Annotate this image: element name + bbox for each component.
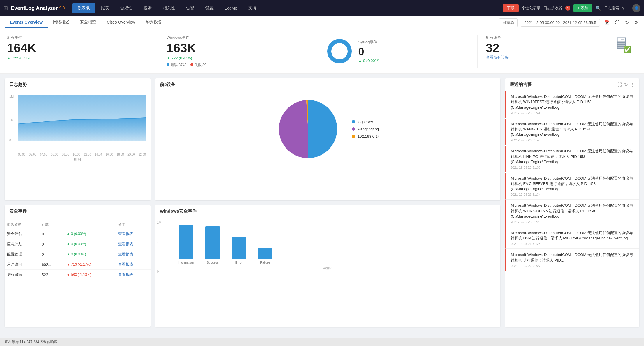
alert-item[interactable]: Microsoft-Windows-DistributedCOM：DCOM 无法… xyxy=(505,173,639,200)
alert-item[interactable]: Microsoft-Windows-DistributedCOM：DCOM 无法… xyxy=(505,91,639,118)
security-events-header: 安全事件 xyxy=(5,205,150,218)
legend-logserver: logserver xyxy=(352,120,380,124)
bar-chart-container: 1M 1k 0 Information Success Error Failur… xyxy=(155,218,501,282)
bar-group: Failure xyxy=(258,248,272,264)
bar-group: Success xyxy=(205,226,220,264)
top-navigation: ⊞ EventLog Analyzer ◠ 仪表板 报表 合规性 搜索 相关性 … xyxy=(0,0,644,16)
refresh-alerts-icon[interactable]: ↻ xyxy=(624,82,628,87)
table-row: 用户访问 602... ▼ 713 (-1.17%) 查看报表 xyxy=(5,260,150,270)
table-row: 进程追踪 523... ▼ 583 (-1.10%) 查看报表 xyxy=(5,270,150,280)
tab-security[interactable]: 安全概览 xyxy=(75,17,102,29)
bar-group: Information xyxy=(178,225,194,264)
tab-network[interactable]: 网络概述 xyxy=(48,17,75,29)
more-options-icon[interactable]: ⋮ xyxy=(630,82,635,87)
pie-chart-svg xyxy=(276,97,340,161)
grid-icon[interactable]: ⊞ xyxy=(4,5,8,11)
row-count: 0 xyxy=(39,249,64,260)
refresh-icon[interactable]: ↻ xyxy=(624,19,630,27)
devices-card: 所有设备 32 查看所有设备 🖥 ✅ xyxy=(478,35,637,68)
alert-item[interactable]: Microsoft-Windows-DistributedCOM：DCOM 无法… xyxy=(505,119,639,145)
row-count: 0 xyxy=(39,229,64,239)
help-icon[interactable]: ? xyxy=(622,6,624,10)
nav-tab-compliance[interactable]: 合规性 xyxy=(115,3,138,13)
user-avatar[interactable]: 👤 xyxy=(632,4,640,12)
personalize-button[interactable]: 个性化演示 xyxy=(522,6,540,11)
notification-badge: 1 xyxy=(565,6,570,11)
log-receiver-button[interactable]: 日志接收器 xyxy=(543,6,562,11)
add-button[interactable]: + 添加 xyxy=(573,4,592,12)
nav-tab-support[interactable]: 支持 xyxy=(243,3,262,13)
all-events-change: ▲ 722 (0.44%) xyxy=(7,56,150,60)
bar xyxy=(258,248,272,260)
nav-tab-logme[interactable]: LogMe xyxy=(219,3,242,13)
alert-time: 2021-12-05 23:51:38 xyxy=(511,166,635,169)
row-action[interactable]: 查看报表 xyxy=(116,270,150,280)
bar-label: Failure xyxy=(260,261,270,264)
status-bar: 正在等待 114.247.234.228 的响应... xyxy=(0,338,644,346)
row-action[interactable]: 查看报表 xyxy=(116,249,150,260)
bar-y-0: 0 xyxy=(157,270,159,273)
error-count: 3743 xyxy=(179,63,187,67)
windows-events-meta: 错误 3743 失败 39 xyxy=(167,63,309,68)
row-name: 进程追踪 xyxy=(5,270,39,280)
row-action[interactable]: 查看报表 xyxy=(116,229,150,239)
calendar-icon[interactable]: 📅 xyxy=(603,19,611,27)
alert-time: 2021-12-05 23:51:29 xyxy=(511,220,635,224)
syslog-donut-container: Syslog事件 0 ▲ 0 (0.00%) xyxy=(326,38,469,64)
row-action[interactable]: 查看报表 xyxy=(116,239,150,249)
nav-tab-alert[interactable]: 告警 xyxy=(181,3,200,13)
log-source-button[interactable]: 日志源 xyxy=(499,18,518,27)
download-button[interactable]: 下载 xyxy=(503,4,519,12)
log-trend-body: 1M 1k 0 xyxy=(5,91,150,149)
windows-events-card: Windows事件 163K ▲ 722 (0.44%) 错误 3743 失败 … xyxy=(158,35,318,68)
alert-item[interactable]: Microsoft-Windows-DistributedCOM：DCOM 无法… xyxy=(505,227,639,249)
nav-tab-correlation[interactable]: 相关性 xyxy=(158,3,180,13)
fullscreen-icon[interactable]: ⛶ xyxy=(614,19,621,27)
pie-legend: logserver wangtingting 192.168.0.14 xyxy=(352,120,380,139)
expand-icon[interactable]: ⛶ xyxy=(617,82,622,87)
row-action[interactable]: 查看报表 xyxy=(116,260,150,270)
log-trend-header: 日志趋势 xyxy=(5,78,150,91)
log-search-button[interactable]: 日志搜索 xyxy=(604,6,619,11)
alert-text: Microsoft-Windows-DistributedCOM：DCOM 无法… xyxy=(511,121,635,137)
minimize-icon[interactable]: − xyxy=(627,6,629,10)
x-label-2: 02:00 xyxy=(29,153,36,156)
status-ok-icon: ✅ xyxy=(623,46,631,54)
syslog-change: ▲ 0 (0.00%) xyxy=(358,59,380,63)
main-nav-tabs: 仪表板 报表 合规性 搜索 相关性 告警 设置 LogMe 支持 xyxy=(72,3,503,13)
trend-chart-area xyxy=(18,95,146,141)
nav-tab-search[interactable]: 搜索 xyxy=(138,3,157,13)
alert-text: Microsoft-Windows-DistributedCOM：DCOM 无法… xyxy=(511,230,635,241)
x-label-4: 04:00 xyxy=(40,153,47,156)
top5-devices-panel: 前5设备 logserver xyxy=(155,78,501,200)
syslog-value: 0 xyxy=(358,46,380,58)
view-all-devices-link[interactable]: 查看所有设备 xyxy=(486,55,509,59)
failure-count: 39 xyxy=(202,63,206,67)
alert-item[interactable]: Microsoft-Windows-DistributedCOM：DCOM 无法… xyxy=(505,146,639,172)
bar-y-1k: 1k xyxy=(157,241,160,245)
nav-tab-settings[interactable]: 设置 xyxy=(200,3,219,13)
alert-time: 2021-12-05 23:51:28 xyxy=(511,242,635,246)
x-label-20: 20:00 xyxy=(127,153,135,156)
left-column: 日志趋势 1M 1k 0 xyxy=(5,78,150,327)
col-action: 动作 xyxy=(116,220,150,229)
tab-huawei[interactable]: 华为设备 xyxy=(140,17,167,29)
error-label: 错误 xyxy=(171,63,178,67)
legend-wangtingting: wangtingting xyxy=(352,127,380,131)
date-range-display[interactable]: 2021-12-05 00:00:00 - 2021-12-05 23:59:5 xyxy=(521,19,600,27)
x-labels: 00:00 02:00 04:00 06:00 08:00 10:00 12:0… xyxy=(18,153,146,156)
legend-ip: 192.168.0.14 xyxy=(352,134,380,139)
nav-tab-dashboard[interactable]: 仪表板 xyxy=(72,3,95,13)
alert-text: Microsoft-Windows-DistributedCOM：DCOM 无法… xyxy=(511,176,635,192)
alert-item[interactable]: Microsoft-Windows-DistributedCOM：DCOM 无法… xyxy=(505,249,639,271)
recent-alerts-title: 最近的告警 xyxy=(510,82,532,87)
devices-value: 32 xyxy=(486,41,509,55)
tab-cisco[interactable]: Cisco Overview xyxy=(102,17,140,28)
tab-events-overview[interactable]: Events Overview xyxy=(5,17,48,28)
settings-icon[interactable]: ⚙ xyxy=(633,19,639,27)
row-name: 配置管理 xyxy=(5,249,39,260)
search-icon[interactable]: 🔍 xyxy=(595,6,601,11)
all-events-label: 所有事件 xyxy=(7,35,150,40)
nav-tab-report[interactable]: 报表 xyxy=(96,3,114,13)
alert-item[interactable]: Microsoft-Windows-DistributedCOM：DCOM 无法… xyxy=(505,200,639,227)
